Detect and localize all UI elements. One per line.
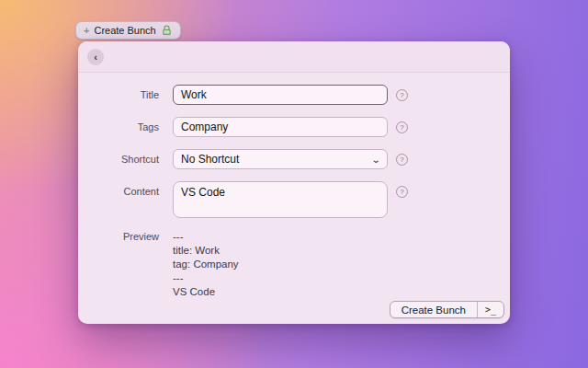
shortcut-help-icon[interactable]: ? [396, 154, 408, 166]
content-help-icon[interactable]: ? [396, 186, 408, 198]
preview-text: --- title: Work tag: Company --- VS Code [173, 230, 239, 299]
title-label: Title [78, 89, 173, 100]
shortcut-label: Shortcut [78, 154, 173, 165]
terminal-button[interactable]: >_ [477, 302, 503, 317]
create-bunch-tab[interactable]: + Create Bunch [75, 21, 181, 40]
lock-icon [161, 25, 173, 36]
footer-button-group: Create Bunch >_ [390, 301, 504, 318]
shortcut-select[interactable]: No Shortcut ⌄ [173, 149, 388, 169]
title-help-icon[interactable]: ? [396, 89, 408, 101]
preview-line: VS Code [173, 285, 239, 299]
terminal-prompt-icon: >_ [485, 305, 496, 315]
tab-label: Create Bunch [94, 25, 155, 36]
plus-icon: + [84, 26, 89, 36]
content-textarea[interactable]: VS Code [173, 181, 388, 218]
preview-line: --- [173, 230, 239, 244]
title-input[interactable]: Work [173, 85, 388, 105]
shortcut-selected-value: No Shortcut [181, 153, 239, 166]
create-bunch-button[interactable]: Create Bunch [390, 302, 477, 317]
preview-line: tag: Company [173, 258, 239, 271]
content-row: Content VS Code ? [78, 181, 510, 218]
tags-input[interactable]: Company [173, 117, 388, 137]
preview-section: Preview --- title: Work tag: Company ---… [78, 230, 510, 299]
create-bunch-form: Title Work ? Tags Company ? Shortcut No … [78, 73, 510, 299]
title-row: Title Work ? [78, 85, 510, 105]
create-bunch-window: ‹ Title Work ? Tags Company ? Shortcut N… [78, 41, 510, 324]
content-label: Content [78, 181, 173, 197]
desktop: { "background": { "corner_colors": { "to… [0, 0, 588, 368]
tags-row: Tags Company ? [78, 117, 510, 137]
chevron-down-icon: ⌄ [370, 155, 380, 165]
back-button[interactable]: ‹ [87, 49, 104, 65]
preview-label: Preview [78, 230, 173, 242]
shortcut-row: Shortcut No Shortcut ⌄ ? [78, 149, 510, 169]
preview-line: title: Work [173, 244, 239, 258]
tags-help-icon[interactable]: ? [396, 121, 408, 133]
window-header: ‹ [78, 41, 510, 73]
tags-label: Tags [78, 121, 173, 132]
preview-line: --- [173, 271, 239, 285]
